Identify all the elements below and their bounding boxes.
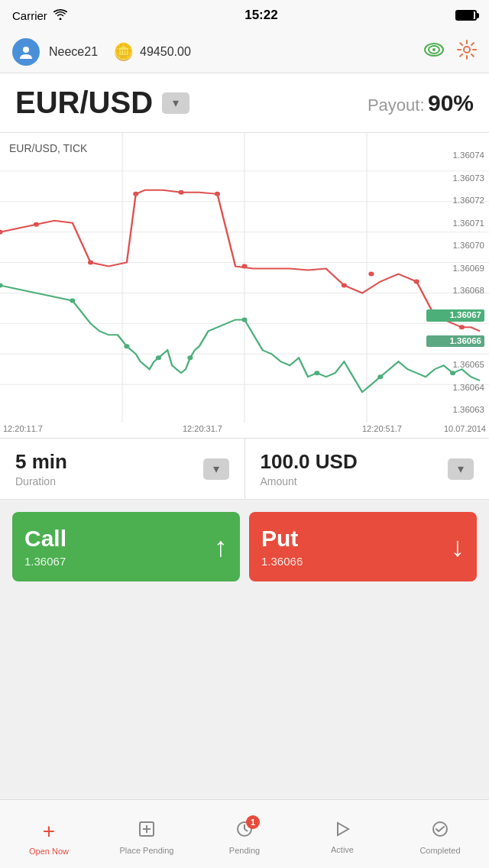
svg-point-0 bbox=[23, 47, 29, 53]
balance-amount: 49450.00 bbox=[140, 45, 191, 59]
balance-section: 🪙 49450.00 bbox=[113, 42, 191, 62]
payout-value: 90% bbox=[428, 90, 474, 115]
price-level-8: 1.36067 bbox=[426, 309, 484, 322]
place-pending-icon bbox=[138, 820, 156, 843]
controls-row: 5 min Duration ▾ 100.0 USD Amount ▾ bbox=[0, 439, 489, 500]
duration-value: 5 min bbox=[15, 450, 67, 474]
check-icon bbox=[431, 820, 449, 843]
duration-control: 5 min Duration ▾ bbox=[0, 439, 245, 499]
chevron-down-icon: ▾ bbox=[458, 462, 464, 476]
svg-point-25 bbox=[414, 280, 419, 284]
price-level-3: 1.36072 bbox=[426, 196, 484, 206]
put-arrow: ↓ bbox=[451, 531, 465, 563]
tab-open-now[interactable]: + Open Now bbox=[0, 800, 98, 868]
time-axis: 12:20:11.7 12:20:31.7 12:20:51.7 bbox=[0, 424, 405, 433]
tab-bar: + Open Now Place Pending 1 Pending bbox=[0, 799, 489, 868]
amount-control: 100.0 USD Amount ▾ bbox=[245, 439, 490, 499]
signal-icon[interactable] bbox=[423, 42, 445, 61]
svg-point-32 bbox=[241, 317, 247, 322]
app-header: Neece21 🪙 49450.00 bbox=[0, 31, 489, 73]
duration-label: Duration bbox=[15, 475, 67, 487]
trade-buttons: Call 1.36067 ↑ Put 1.36066 ↓ bbox=[0, 500, 489, 594]
time-label-1: 12:20:11.7 bbox=[3, 424, 43, 433]
tab-pending-label: Pending bbox=[229, 846, 260, 855]
instrument-left: EUR/USD bbox=[15, 86, 189, 120]
put-button[interactable]: Put 1.36066 ↓ bbox=[249, 512, 477, 581]
payout-section: Payout: 90% bbox=[368, 90, 474, 116]
instrument-dropdown[interactable] bbox=[162, 92, 189, 114]
put-label: Put bbox=[261, 526, 303, 552]
call-price: 1.36067 bbox=[24, 555, 66, 568]
time-display: 15:22 bbox=[244, 8, 277, 23]
chevron-down-icon bbox=[173, 96, 179, 110]
duration-dropdown[interactable]: ▾ bbox=[203, 458, 229, 480]
time-label-3: 12:20:51.7 bbox=[362, 424, 402, 433]
svg-point-33 bbox=[314, 371, 319, 375]
svg-point-21 bbox=[215, 192, 220, 196]
battery-icon bbox=[455, 10, 477, 21]
price-level-6: 1.36069 bbox=[426, 264, 484, 274]
price-level-12: 1.36063 bbox=[426, 406, 484, 415]
play-icon bbox=[334, 821, 351, 842]
date-label: 10.07.2014 bbox=[444, 424, 486, 433]
svg-point-19 bbox=[133, 192, 138, 196]
svg-marker-42 bbox=[338, 823, 348, 835]
svg-point-30 bbox=[156, 355, 161, 360]
price-level-1: 1.36074 bbox=[426, 151, 484, 160]
amount-dropdown[interactable]: ▾ bbox=[448, 458, 474, 480]
svg-point-22 bbox=[241, 264, 247, 269]
price-axis: 1.36074 1.36073 1.36072 1.36071 1.36070 … bbox=[422, 133, 489, 438]
call-button[interactable]: Call 1.36067 ↑ bbox=[12, 512, 240, 581]
time-label-2: 12:20:31.7 bbox=[183, 424, 222, 433]
price-level-10: 1.36065 bbox=[426, 361, 484, 370]
header-right bbox=[423, 40, 477, 63]
svg-point-17 bbox=[34, 222, 39, 227]
status-left: Carrier bbox=[12, 9, 67, 22]
svg-point-23 bbox=[342, 283, 347, 288]
svg-point-34 bbox=[377, 374, 383, 379]
call-arrow: ↑ bbox=[214, 531, 228, 563]
price-level-5: 1.36070 bbox=[426, 241, 484, 251]
svg-point-31 bbox=[187, 355, 193, 360]
tab-completed-label: Completed bbox=[419, 846, 460, 855]
svg-point-4 bbox=[464, 47, 470, 53]
coins-icon: 🪙 bbox=[113, 42, 134, 62]
svg-point-18 bbox=[88, 261, 93, 265]
price-chart bbox=[0, 133, 489, 438]
price-level-11: 1.36064 bbox=[426, 384, 484, 393]
chart-label: EUR/USD, TICK bbox=[9, 142, 87, 154]
payout-label: Payout: bbox=[368, 96, 425, 115]
amount-value: 100.0 USD bbox=[261, 450, 358, 474]
put-price: 1.36066 bbox=[261, 555, 303, 568]
tab-active[interactable]: Active bbox=[293, 800, 391, 868]
status-right bbox=[455, 10, 477, 21]
svg-point-29 bbox=[124, 344, 129, 348]
tab-place-pending[interactable]: Place Pending bbox=[98, 800, 196, 868]
tab-completed[interactable]: Completed bbox=[391, 800, 489, 868]
pending-badge-container: 1 bbox=[235, 820, 254, 843]
chart-container: EUR/USD, TICK bbox=[0, 133, 489, 439]
svg-point-16 bbox=[0, 230, 3, 235]
avatar bbox=[12, 38, 40, 66]
tab-active-label: Active bbox=[331, 845, 354, 854]
tab-place-pending-label: Place Pending bbox=[120, 846, 174, 855]
svg-line-41 bbox=[244, 829, 248, 831]
pending-count-badge: 1 bbox=[246, 815, 260, 829]
tab-pending[interactable]: 1 Pending bbox=[196, 800, 293, 868]
instrument-section: EUR/USD Payout: 90% bbox=[0, 73, 489, 133]
svg-point-3 bbox=[432, 48, 436, 51]
chevron-down-icon: ▾ bbox=[213, 462, 219, 476]
amount-label: Amount bbox=[261, 475, 358, 487]
svg-point-28 bbox=[70, 298, 75, 303]
status-bar: Carrier 15:22 bbox=[0, 0, 489, 31]
settings-icon[interactable] bbox=[457, 40, 477, 63]
price-level-9: 1.36066 bbox=[426, 335, 484, 348]
plus-icon: + bbox=[43, 819, 55, 844]
svg-point-27 bbox=[0, 283, 3, 288]
tab-open-now-label: Open Now bbox=[29, 847, 69, 856]
price-level-7: 1.36068 bbox=[426, 287, 484, 296]
wifi-icon bbox=[53, 9, 67, 22]
price-level-4: 1.36071 bbox=[426, 219, 484, 228]
instrument-name: EUR/USD bbox=[15, 86, 153, 120]
svg-point-24 bbox=[368, 272, 374, 277]
